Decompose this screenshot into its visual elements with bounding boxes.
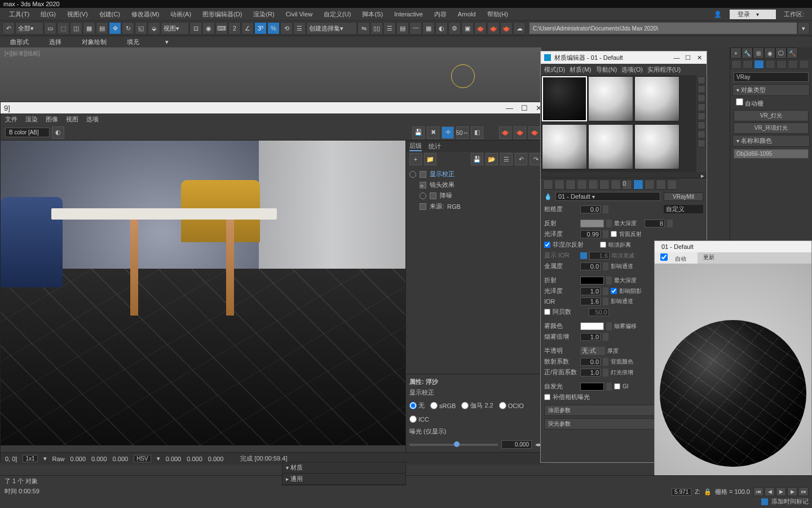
render-setup-icon[interactable]: ⚙ [448, 22, 461, 34]
reflect-color[interactable] [580, 220, 604, 227]
tab-stats[interactable]: 统计 [429, 142, 441, 151]
matedit-titlebar[interactable]: 材质编辑器 - 01 - Default — ☐ ✕ [541, 51, 707, 64]
exposure-value[interactable]: 0.000 [501, 440, 532, 449]
undo-icon[interactable]: ↶ [2, 22, 15, 34]
frame-spinner[interactable]: 5.971 [672, 488, 691, 496]
preview-titlebar[interactable]: 01 - Default [655, 241, 811, 252]
maximize-icon[interactable]: ☐ [684, 54, 692, 62]
affshadow-check[interactable] [611, 288, 617, 294]
delete-image-icon[interactable]: ✖ [427, 126, 439, 139]
menu-help[interactable]: 帮助(H) [483, 9, 513, 20]
fog-color[interactable] [580, 322, 604, 330]
path-browse-icon[interactable]: ▾ [797, 22, 810, 34]
menu-customize[interactable]: 自定义(U) [319, 9, 355, 20]
maximize-icon[interactable]: ☐ [521, 104, 528, 112]
matmenu-options[interactable]: 选项(O) [621, 65, 643, 74]
tree-display-correction[interactable]: 显示校正 [409, 169, 542, 179]
cat-helpers-icon[interactable] [776, 60, 787, 69]
menu-create[interactable]: 创建(C) [95, 9, 125, 20]
selection-filter-dropdown[interactable]: 全部 ▾ [15, 22, 43, 34]
cat-systems-icon[interactable] [799, 60, 809, 69]
fresnel-check[interactable] [544, 242, 550, 248]
window-crossing-icon[interactable]: ◫ [70, 22, 82, 34]
cat-spacewarps-icon[interactable] [788, 60, 798, 69]
select-name-icon[interactable]: ▤ [96, 22, 108, 34]
tab-layers[interactable]: 层级 [409, 142, 422, 151]
matmenu-nav[interactable]: 导航(N) [596, 65, 617, 74]
ribbon-modeling[interactable]: 曲形式 [0, 38, 39, 46]
menu-interactive[interactable]: Interactive [390, 10, 427, 19]
region-icon[interactable]: 50↔ [456, 126, 469, 139]
snap2d-icon[interactable]: 2 [228, 22, 241, 34]
material-name-dropdown[interactable]: 01 - Default ▾ [555, 192, 660, 201]
stop-render-icon[interactable]: 🫖 [528, 126, 541, 139]
scale-icon[interactable]: ◱ [135, 22, 147, 34]
cat-cameras-icon[interactable] [765, 60, 775, 69]
project-path-field[interactable]: C:\Users\Administrator\Documents\3ds Max… [529, 23, 797, 34]
save-image-icon[interactable]: 💾 [412, 126, 425, 139]
tree-lens-effects[interactable]: +镜头效果 [409, 179, 542, 190]
material-editor-icon[interactable]: ◐ [435, 22, 448, 34]
renderer-dropdown[interactable]: VRay [734, 72, 809, 82]
manip-icon[interactable]: ◉ [202, 22, 215, 34]
placement-icon[interactable]: ⬙ [148, 22, 160, 34]
gi-check[interactable] [614, 383, 620, 389]
menu-grapheditors[interactable]: 图形编辑器(D) [198, 9, 246, 20]
play-icon[interactable]: ▶ [776, 487, 786, 496]
compcam-check[interactable] [544, 394, 550, 400]
material-slot-1[interactable] [542, 76, 587, 121]
ribbon-populate[interactable]: 填充 [117, 38, 149, 46]
vrlight-button[interactable]: VR_灯光 [734, 110, 809, 121]
menu-scripting[interactable]: 脚本(S) [358, 9, 387, 20]
list-icon[interactable]: ☰ [500, 153, 513, 165]
prev-frame-icon[interactable]: ◀ [765, 487, 775, 496]
ribbon-objpaint[interactable]: 对象绘制 [72, 38, 117, 46]
select-region-icon[interactable]: ⬚ [57, 22, 69, 34]
dimdist-check[interactable] [600, 242, 606, 248]
close-icon[interactable]: ✕ [695, 54, 703, 62]
vfb-menu-view[interactable]: 视图 [66, 115, 78, 124]
vfb-menu-render[interactable]: 渲染 [25, 115, 38, 124]
track-mouse-icon[interactable]: ✛ [442, 126, 454, 139]
vfb-menu-options[interactable]: 选项 [86, 115, 99, 124]
viewcube-gizmo[interactable] [451, 64, 474, 87]
matmenu-util[interactable]: 实用程序(U) [647, 65, 681, 74]
schematic-icon[interactable]: ▦ [422, 22, 435, 34]
material-type-button[interactable]: VRayMtl [664, 192, 703, 201]
matmenu-material[interactable]: 材质(M) [570, 65, 592, 74]
tab-update[interactable]: 更新 [698, 252, 720, 264]
go-sibling-icon[interactable] [667, 179, 677, 190]
sample-type-icon[interactable] [698, 76, 705, 84]
autogrid-check[interactable]: 自动栅 [736, 100, 764, 107]
move-icon[interactable]: ✥ [109, 22, 121, 34]
object-name-field[interactable]: Obj3d66-1095 [734, 149, 809, 159]
select-object-icon[interactable]: ▦ [83, 22, 95, 34]
refract-color[interactable] [580, 277, 604, 284]
menu-group[interactable]: 组(G) [36, 9, 60, 20]
tab-modify-icon[interactable]: 🔧 [742, 47, 753, 59]
tab-auto[interactable]: 自动 [655, 252, 698, 264]
menu-content[interactable]: 内容 [430, 9, 451, 20]
reset-icon[interactable] [577, 179, 587, 190]
tab-create-icon[interactable]: + [730, 47, 742, 59]
render-output-image[interactable] [1, 141, 405, 445]
toggle-ribbon-icon[interactable]: ▤ [396, 22, 409, 34]
put-to-scene-icon[interactable] [554, 179, 564, 190]
video-check-icon[interactable] [698, 112, 705, 120]
render-iter-icon[interactable]: 🫖 [487, 22, 500, 34]
menu-modifiers[interactable]: 修改器(M) [127, 9, 164, 20]
radio-none[interactable]: 无 [409, 401, 425, 410]
menu-arnold[interactable]: Arnold [453, 10, 480, 19]
ribbon-selection[interactable]: 选择 [39, 38, 72, 46]
add-timetag[interactable]: 添加时间标记 [771, 497, 809, 506]
get-material-icon[interactable] [543, 179, 553, 190]
next-frame-icon[interactable]: ▶ [787, 487, 797, 496]
tab-utilities-icon[interactable]: 🔨 [787, 47, 798, 59]
abbe-check[interactable] [544, 309, 550, 315]
material-slot-5[interactable] [588, 124, 633, 169]
edit-named-icon[interactable]: ☰ [293, 22, 306, 34]
backlight-icon[interactable] [698, 85, 705, 93]
swatch-icon[interactable]: ◐ [52, 126, 64, 139]
snap-angle-icon[interactable]: ∠ [241, 22, 254, 34]
cat-lights-icon[interactable] [754, 60, 764, 69]
